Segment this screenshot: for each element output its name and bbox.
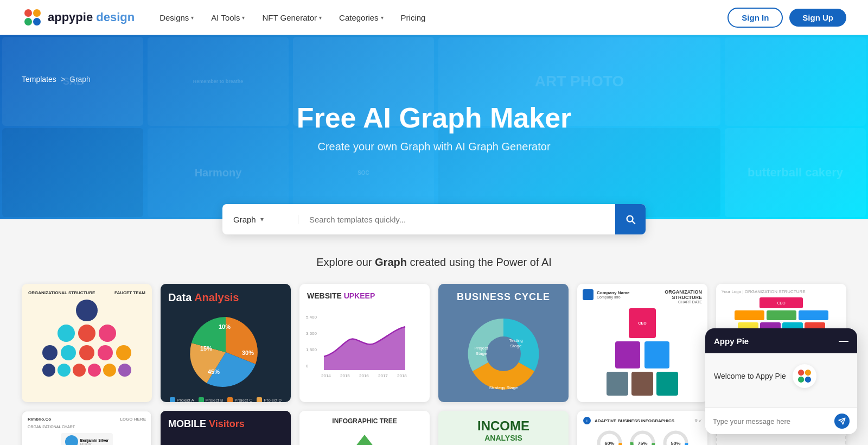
template-card-adaptive-business[interactable]: i ADAPTIVE BUSINESS INFOGRAPHICS ⚙ ↙ 60%… xyxy=(577,411,707,445)
legend-item: Project B xyxy=(199,397,223,402)
navbar: appypie design Designs ▾ AI Tools ▾ NFT … xyxy=(0,0,868,35)
hero-subtitle: Create your own Graph with AI Graph Gene… xyxy=(297,141,572,153)
template-card-org-structure[interactable]: ORGANIZATIONAL STRUCTURE FAUCET TEAM xyxy=(22,284,152,402)
svg-text:50%: 50% xyxy=(671,441,680,445)
breadcrumb: Templates > Graph xyxy=(22,75,91,84)
search-icon xyxy=(624,213,636,225)
template-card-preview: Data Analysis 30% 45% xyxy=(161,284,291,402)
nav-links: Designs ▾ AI Tools ▾ NFT Generator ▾ Cat… xyxy=(152,9,433,27)
svg-text:i: i xyxy=(586,418,588,423)
nav-item-designs[interactable]: Designs ▾ xyxy=(152,9,201,27)
template-card-rimbrio[interactable]: Rimbrio.Co LOGO HERE ORGANIZATIONAL CHAR… xyxy=(22,411,152,445)
org-node xyxy=(98,345,113,360)
org-node xyxy=(73,364,86,377)
svg-point-1 xyxy=(33,9,41,17)
signin-button[interactable]: Sign In xyxy=(727,8,783,28)
org-node xyxy=(78,325,95,342)
svg-point-60 xyxy=(805,370,811,376)
infotree-visual: 01 02 03 04 05 xyxy=(306,429,423,445)
breadcrumb-current: Graph xyxy=(69,75,91,84)
org-node xyxy=(58,325,75,342)
signup-button[interactable]: Sign Up xyxy=(789,9,846,27)
explore-suffix: created using the Power of AI xyxy=(410,256,552,268)
svg-text:1,800: 1,800 xyxy=(306,347,317,352)
svg-marker-30 xyxy=(327,435,403,445)
search-category-label: Graph xyxy=(233,215,256,224)
nav-item-pricing[interactable]: Pricing xyxy=(393,9,433,27)
svg-text:Project: Project xyxy=(475,346,489,351)
search-category-dropdown[interactable]: Graph ▾ xyxy=(222,215,298,224)
explore-title: Explore our Graph created using the Powe… xyxy=(22,256,846,269)
pie-legend: Project A Project B Project C Project D xyxy=(161,397,291,402)
template-card-data-analysis[interactable]: Data Analysis 30% 45% xyxy=(161,284,291,402)
chat-send-button[interactable] xyxy=(834,414,850,429)
logo[interactable]: appypie design xyxy=(22,7,135,28)
template-card-business-cycle[interactable]: BUSINESS CYCLE Testing Sta xyxy=(438,284,569,402)
income-title: INCOME xyxy=(446,418,561,434)
svg-point-61 xyxy=(798,377,804,383)
logo-text: appypie design xyxy=(48,10,135,24)
svg-text:60%: 60% xyxy=(604,441,614,445)
bar-chart-svg xyxy=(177,441,275,445)
svg-text:10%: 10% xyxy=(219,323,231,330)
search-input[interactable] xyxy=(298,215,615,224)
chat-close-button[interactable]: — xyxy=(839,336,848,346)
pie-chart-container: 30% 45% 15% 10% xyxy=(161,307,291,397)
nav-item-categories[interactable]: Categories ▾ xyxy=(331,9,391,27)
chat-welcome: Welcome to Appy Pie xyxy=(714,364,848,388)
breadcrumb-separator: > xyxy=(61,75,65,84)
legend-item: Project D xyxy=(257,397,282,402)
svg-text:2017: 2017 xyxy=(378,373,388,378)
mobile-title: MOBILE Visitors xyxy=(168,418,283,430)
template-card-preview: Rimbrio.Co LOGO HERE ORGANIZATIONAL CHAR… xyxy=(22,411,151,445)
svg-text:Testing: Testing xyxy=(509,338,522,343)
template-card-website-upkeep[interactable]: WEBSITE UPKEEP 5,400 3,600 1,800 0 xyxy=(299,284,430,402)
mobile-bars xyxy=(168,441,283,445)
card-title: WEBSITE UPKEEP xyxy=(299,284,430,308)
template-card-income-analysis[interactable]: INCOME ANALYSIS xyxy=(438,411,569,445)
org-node xyxy=(79,345,94,360)
income-subtitle: ANALYSIS xyxy=(446,434,561,442)
template-card-preview: i ADAPTIVE BUSINESS INFOGRAPHICS ⚙ ↙ 60%… xyxy=(577,411,707,445)
svg-text:2018: 2018 xyxy=(397,373,407,378)
hero-section: SAL Remember to breathe Harmony SOC ART … xyxy=(0,35,868,219)
template-card-infographic-tree[interactable]: INFOGRAPHIC TREE 01 02 03 xyxy=(299,411,430,445)
dropdown-chevron-icon: ▾ xyxy=(260,215,264,223)
svg-text:3,600: 3,600 xyxy=(306,331,317,336)
svg-text:2015: 2015 xyxy=(340,373,350,378)
breadcrumb-templates[interactable]: Templates xyxy=(22,75,56,84)
chevron-down-icon: ▾ xyxy=(381,15,384,21)
template-card-preview: INFOGRAPHIC TREE 01 02 03 xyxy=(299,411,430,445)
org-header: ORGANIZATIONAL STRUCTURE FAUCET TEAM xyxy=(28,290,145,295)
org-node xyxy=(116,345,131,360)
area-chart-svg: 5,400 3,600 1,800 0 2014 2015 2016 2017 xyxy=(305,308,424,378)
chat-input-area xyxy=(705,408,857,434)
pie-chart: 30% 45% 15% 10% xyxy=(185,312,266,393)
template-card-org-structure-2[interactable]: Company Name Company Info ORGANIZATIONST… xyxy=(577,284,707,402)
org-node xyxy=(61,345,76,360)
hero-content: Free AI Graph Maker Create your own Grap… xyxy=(297,101,572,153)
svg-text:2014: 2014 xyxy=(321,373,331,378)
template-card-preview: MOBILE Visitors xyxy=(161,411,291,445)
chat-input[interactable] xyxy=(713,417,834,425)
template-card-preview: WEBSITE UPKEEP 5,400 3,600 1,800 0 xyxy=(299,284,430,402)
nav-item-ai-tools[interactable]: AI Tools ▾ xyxy=(203,9,252,27)
legend-item: Project C xyxy=(227,397,252,402)
search-button[interactable] xyxy=(615,204,646,234)
chat-title: Appy Pie xyxy=(714,336,749,346)
area-chart: 5,400 3,600 1,800 0 2014 2015 2016 2017 xyxy=(299,308,430,386)
org-node xyxy=(99,325,116,342)
org-node xyxy=(118,364,131,377)
template-card-preview: INCOME ANALYSIS xyxy=(438,411,569,445)
org-node xyxy=(42,345,58,360)
nav-item-nft-generator[interactable]: NFT Generator ▾ xyxy=(254,9,329,27)
template-card-mobile-visitors[interactable]: MOBILE Visitors xyxy=(161,411,291,445)
svg-text:30%: 30% xyxy=(242,349,254,356)
org-node-top xyxy=(76,300,98,321)
svg-point-2 xyxy=(24,18,32,26)
org2-header: Company Name Company Info ORGANIZATIONST… xyxy=(583,289,702,304)
template-card-preview: BUSINESS CYCLE Testing Sta xyxy=(438,284,569,402)
explore-keyword: Graph xyxy=(375,256,407,268)
chat-welcome-text: Welcome to Appy Pie xyxy=(714,372,786,380)
svg-text:75%: 75% xyxy=(637,441,647,445)
